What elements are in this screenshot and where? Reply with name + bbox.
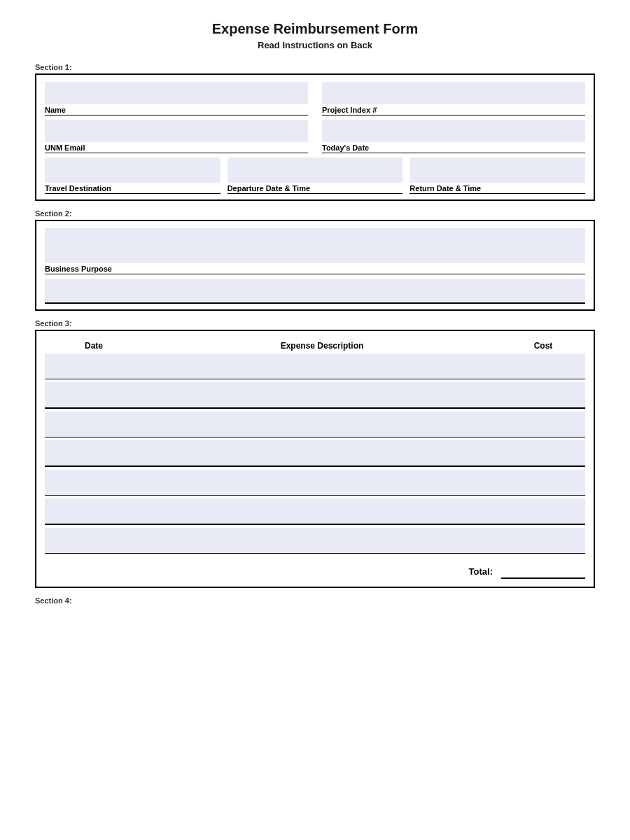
cost-input-4[interactable] [501,440,585,465]
return-input[interactable] [410,158,585,183]
return-field-group: Return Date & Time [410,158,585,194]
todays-date-input[interactable] [322,120,585,142]
unm-email-field-group: UNM Email [45,120,308,153]
desc-input-5[interactable] [143,470,501,495]
section2-box: Business Purpose [35,220,595,311]
section4-label: Section 4: [35,596,595,605]
section2-label: Section 2: [35,209,595,218]
date-input-3[interactable] [45,412,143,437]
cost-input-3[interactable] [501,412,585,437]
date-input-4[interactable] [45,440,143,465]
cost-input-6[interactable] [501,498,585,524]
table-header-row: Date Expense Description Cost [45,338,585,354]
departure-input[interactable] [227,158,403,183]
date-input-7[interactable] [45,528,143,553]
date-column-header: Date [45,338,143,354]
desc-input-1[interactable] [143,354,501,379]
table-row [45,498,585,528]
return-label: Return Date & Time [410,184,585,194]
cost-input-1[interactable] [501,354,585,379]
travel-dest-label: Travel Destination [45,184,220,194]
name-label: Name [45,106,308,115]
unm-email-label: UNM Email [45,144,308,153]
total-row: Total: [45,556,585,581]
travel-dest-input[interactable] [45,158,220,183]
total-label: Total: [469,566,497,577]
cost-input-5[interactable] [501,470,585,495]
todays-date-label: Today's Date [322,144,585,153]
section3-box: Date Expense Description Cost [35,330,595,589]
departure-field-group: Departure Date & Time [227,158,403,194]
total-input[interactable] [501,562,585,579]
desc-input-4[interactable] [143,440,501,465]
departure-label: Departure Date & Time [227,184,403,194]
business-purpose-label: Business Purpose [45,265,585,274]
name-input[interactable] [45,82,308,104]
name-field-group: Name [45,82,308,115]
table-row [45,382,585,412]
todays-date-field-group: Today's Date [322,120,585,153]
business-purpose-extra-input[interactable] [45,279,585,301]
desc-input-7[interactable] [143,528,501,553]
desc-input-6[interactable] [143,498,501,524]
date-input-6[interactable] [45,498,143,524]
travel-destination-row: Travel Destination Departure Date & Time… [45,158,585,194]
form-header: Expense Reimbursement Form Read Instruct… [35,21,595,50]
section1-box: Name Project Index # UNM Email Today's D… [35,74,595,201]
section3-label: Section 3: [35,319,595,328]
cost-input-7[interactable] [501,528,585,553]
form-title: Expense Reimbursement Form [35,21,595,37]
project-index-label: Project Index # [322,106,585,115]
business-purpose-input[interactable] [45,228,585,263]
travel-dest-field-group: Travel Destination [45,158,220,194]
project-index-input[interactable] [322,82,585,104]
table-row [45,528,585,557]
desc-input-2[interactable] [143,382,501,407]
unm-email-input[interactable] [45,120,308,142]
expense-table: Date Expense Description Cost [45,338,585,582]
section1-grid: Name Project Index # UNM Email Today's D… [45,82,585,153]
cost-column-header: Cost [501,338,585,354]
table-row [45,440,585,470]
desc-input-3[interactable] [143,412,501,437]
table-row [45,470,585,499]
form-subtitle: Read Instructions on Back [35,40,595,50]
date-input-2[interactable] [45,382,143,407]
date-input-5[interactable] [45,470,143,495]
project-index-field-group: Project Index # [322,82,585,115]
table-row [45,354,585,383]
date-input-1[interactable] [45,354,143,379]
table-row [45,412,585,441]
section1-label: Section 1: [35,63,595,71]
description-column-header: Expense Description [143,338,501,354]
cost-input-2[interactable] [501,382,585,407]
